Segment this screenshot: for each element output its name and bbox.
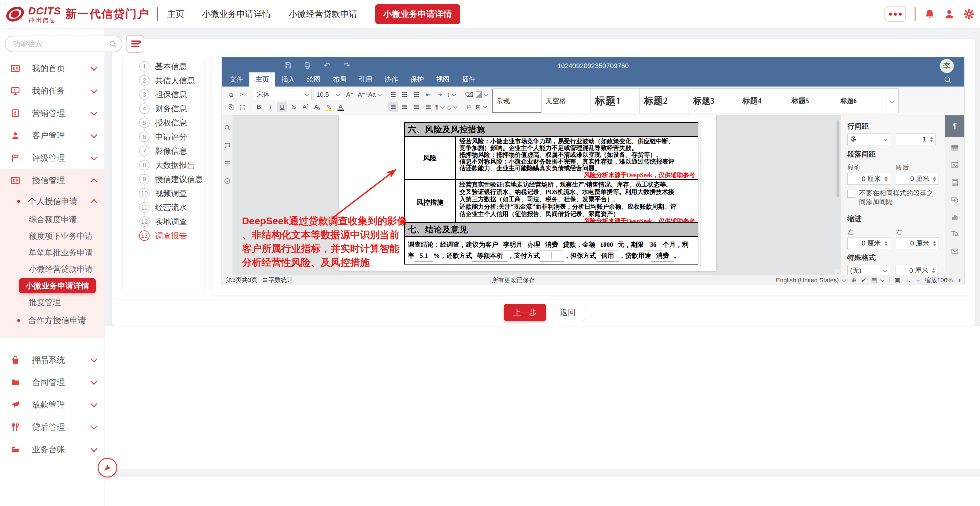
shading-icon[interactable] bbox=[476, 89, 488, 100]
numbered-list-icon[interactable] bbox=[400, 89, 410, 100]
grow-font-icon[interactable]: A⁺ bbox=[345, 89, 355, 100]
wizard-step-调查报告[interactable]: 13调查报告 bbox=[123, 228, 204, 243]
wizard-step-共借人信息[interactable]: 2共借人信息 bbox=[123, 73, 204, 87]
sidebar-item-我的首页[interactable]: 我的首页 bbox=[0, 57, 104, 79]
nav-tab-active[interactable]: 小微业务申请详情 bbox=[375, 4, 460, 24]
wizard-step-实地调查[interactable]: 12实地调查 bbox=[123, 214, 204, 228]
change-case-icon[interactable]: Aa bbox=[368, 89, 382, 100]
comments-icon[interactable] bbox=[224, 142, 231, 149]
line-spacing-select[interactable]: 多 bbox=[847, 133, 890, 145]
editor-tab-插件[interactable]: 插件 bbox=[456, 72, 482, 87]
justify-icon[interactable] bbox=[423, 102, 433, 112]
sidebar-search[interactable] bbox=[5, 36, 122, 52]
settings-gear-icon[interactable] bbox=[963, 9, 974, 20]
editor-tab-保护[interactable]: 保护 bbox=[404, 72, 430, 87]
sidebar-subitem-小微经营贷款申请[interactable]: 小微经营贷款申请 bbox=[0, 261, 104, 278]
style-标题4[interactable]: 标题4 bbox=[738, 89, 787, 113]
style-常规[interactable]: 常规 bbox=[492, 89, 541, 113]
sidebar-item-我的任务[interactable]: 我的任务 bbox=[0, 79, 104, 102]
align-left-icon[interactable] bbox=[388, 102, 398, 112]
feedback-float-button[interactable] bbox=[98, 458, 117, 477]
select-all-icon[interactable]: ⬚ bbox=[238, 102, 248, 112]
sidebar-subitem-active[interactable]: 小微业务申请详情 bbox=[0, 278, 104, 294]
copy-style-icon[interactable]: ⚐ bbox=[464, 102, 474, 112]
wizard-step-基本信息[interactable]: 1基本信息 bbox=[123, 59, 204, 73]
sidebar-item-营销管理[interactable]: 营销管理 bbox=[0, 102, 104, 124]
paste-icon[interactable]: ⎘ bbox=[226, 102, 236, 112]
indent-right-field[interactable]: 0 厘米 bbox=[896, 238, 939, 249]
image-settings-icon[interactable] bbox=[945, 157, 964, 174]
shape-settings-icon[interactable] bbox=[945, 191, 964, 208]
style-标题3[interactable]: 标题3 bbox=[689, 89, 738, 113]
bold-icon[interactable]: B bbox=[254, 102, 264, 112]
decrease-indent-icon[interactable]: ⇤ bbox=[423, 89, 433, 100]
align-right-icon[interactable] bbox=[412, 102, 422, 112]
multilevel-list-icon[interactable] bbox=[412, 89, 422, 100]
sidebar-subitem-综合额度申请[interactable]: 综合额度申请 bbox=[0, 211, 104, 228]
no-space-checkbox[interactable] bbox=[847, 190, 855, 198]
table-settings-icon[interactable] bbox=[945, 139, 964, 157]
paragraph-settings-icon[interactable]: ¶ bbox=[945, 115, 964, 137]
sidebar-item-业务台账[interactable]: 业务台账 bbox=[0, 438, 104, 461]
style-标题2[interactable]: 标题2 bbox=[640, 89, 689, 113]
navigation-icon[interactable] bbox=[224, 160, 231, 167]
menu-collapse-button[interactable] bbox=[126, 35, 144, 53]
font-color-icon[interactable]: A bbox=[336, 102, 345, 112]
font-size-select[interactable]: 10.5 bbox=[313, 89, 343, 100]
paragraph-marks-icon[interactable]: ¶ bbox=[435, 102, 445, 112]
text-art-settings-icon[interactable]: Ta bbox=[945, 225, 964, 243]
sidebar-item-客户管理[interactable]: 客户管理 bbox=[0, 124, 104, 147]
nav-tab[interactable]: 小微经营贷款申请 bbox=[289, 8, 358, 20]
editor-tab-文件[interactable]: 文件 bbox=[224, 72, 250, 87]
underline-icon[interactable]: U bbox=[277, 102, 287, 112]
sidebar-item-授信管理[interactable]: 授信管理 bbox=[0, 169, 104, 192]
editor-tab-视图[interactable]: 视图 bbox=[430, 72, 456, 87]
editor-tab-绘图[interactable]: 绘图 bbox=[301, 72, 327, 87]
sidebar-subitem-单笔单批业务申请[interactable]: 单笔单批业务申请 bbox=[0, 244, 104, 261]
font-name-select[interactable]: 宋体 bbox=[254, 89, 312, 100]
style-标题1[interactable]: 标题1 bbox=[590, 89, 640, 113]
info-icon[interactable] bbox=[224, 178, 231, 185]
shrink-font-icon[interactable]: A⁻ bbox=[356, 89, 366, 100]
borders-icon[interactable]: ⊞ bbox=[476, 102, 487, 112]
subscript-icon[interactable]: A₂ bbox=[312, 102, 322, 112]
wizard-step-申请评分[interactable]: 6申请评分 bbox=[123, 130, 204, 144]
align-center-icon[interactable] bbox=[400, 102, 410, 112]
bullet-list-icon[interactable] bbox=[388, 89, 398, 100]
line-spacing-icon[interactable]: ↕ bbox=[447, 89, 457, 100]
more-actions-button[interactable] bbox=[885, 6, 906, 22]
italic-icon[interactable]: I bbox=[266, 102, 275, 112]
indent-left-field[interactable]: 0 厘米 bbox=[847, 238, 890, 249]
notification-bell-icon[interactable] bbox=[924, 9, 935, 20]
mail-merge-icon[interactable] bbox=[945, 243, 964, 260]
sidebar-item-合同管理[interactable]: 合同管理 bbox=[0, 371, 104, 393]
page-indicator[interactable]: 第3页共3页 bbox=[226, 276, 257, 284]
editor-tab-协作[interactable]: 协作 bbox=[379, 72, 404, 87]
find-icon[interactable] bbox=[224, 124, 231, 131]
wizard-step-大数据报告[interactable]: 8大数据报告 bbox=[123, 158, 204, 172]
prev-step-button[interactable]: 上一步 bbox=[504, 304, 546, 321]
style-gallery-dropdown[interactable] bbox=[885, 89, 898, 113]
highlight-color-icon[interactable]: ✎ bbox=[324, 102, 334, 112]
zoom-out-icon[interactable]: − bbox=[916, 277, 920, 284]
strikethrough-icon[interactable]: S bbox=[289, 102, 299, 112]
cut-icon[interactable]: ✂ bbox=[238, 89, 248, 100]
sidebar-item-评级管理[interactable]: 评级管理 bbox=[0, 147, 104, 169]
special-format-select[interactable]: (无) bbox=[847, 265, 890, 275]
scroll-down-arrow[interactable]: ⌄ bbox=[835, 270, 840, 275]
fill-color-icon[interactable]: ◇ bbox=[447, 102, 457, 112]
clear-format-icon[interactable]: ⌫ bbox=[464, 89, 474, 100]
sidebar-subitem-批复管理[interactable]: 批复管理 bbox=[0, 294, 104, 311]
wizard-step-影像信息[interactable]: 7影像信息 bbox=[123, 144, 204, 158]
sidebar-subitem-额度项下业务申请[interactable]: 额度项下业务申请 bbox=[0, 228, 104, 244]
editor-user-avatar[interactable]: 李 bbox=[940, 59, 954, 73]
editor-tab-布局[interactable]: 布局 bbox=[327, 72, 353, 87]
document-vscrollbar[interactable] bbox=[836, 117, 840, 269]
spacing-before-field[interactable]: 0 厘米 bbox=[847, 173, 890, 185]
language-select[interactable]: English (United States) bbox=[776, 277, 846, 284]
style-标题6[interactable]: 标题6 bbox=[836, 89, 885, 113]
sidebar-item-押品系统[interactable]: 押品系统 bbox=[0, 349, 104, 371]
header-footer-settings-icon[interactable] bbox=[945, 174, 964, 191]
increase-indent-icon[interactable]: ⇥ bbox=[435, 89, 445, 100]
wizard-step-授信建议信息[interactable]: 9授信建议信息 bbox=[123, 172, 204, 186]
